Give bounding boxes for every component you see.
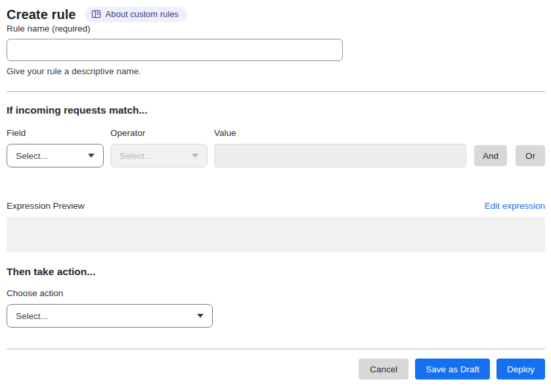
- page-title: Create rule: [7, 7, 76, 22]
- page-header: Create rule About custom rules: [7, 7, 545, 22]
- field-select-value: Select...: [16, 151, 48, 161]
- about-custom-rules-badge[interactable]: About custom rules: [85, 7, 187, 22]
- deploy-button[interactable]: Deploy: [496, 359, 545, 380]
- choose-action-value: Select...: [16, 311, 48, 321]
- expression-preview-box: [7, 217, 545, 252]
- section-divider: [7, 91, 545, 92]
- value-input: [214, 144, 466, 167]
- rule-name-input[interactable]: [7, 39, 343, 61]
- match-section-heading: If incoming requests match...: [7, 104, 545, 116]
- action-section-heading: Then take action...: [7, 266, 545, 278]
- book-icon: [91, 9, 101, 19]
- field-column: Field Select...: [7, 128, 104, 167]
- chevron-down-icon: [88, 154, 95, 158]
- expression-header-row: Expression Preview Edit expression: [7, 201, 545, 211]
- field-label: Field: [7, 128, 104, 138]
- rule-name-label: Rule name (required): [7, 24, 91, 33]
- expression-preview-label: Expression Preview: [7, 201, 85, 211]
- chevron-down-icon: [197, 314, 204, 318]
- value-label: Value: [214, 128, 466, 138]
- footer-divider: [7, 349, 545, 349]
- rule-name-helper: Give your rule a descriptive name.: [7, 66, 545, 76]
- operator-column: Operator Select...: [110, 128, 208, 167]
- choose-action-label: Choose action: [7, 288, 545, 298]
- field-select[interactable]: Select...: [7, 144, 104, 167]
- footer-actions: Cancel Save as Draft Deploy: [7, 359, 545, 380]
- andor-group: And Or: [474, 145, 545, 166]
- or-button[interactable]: Or: [516, 145, 545, 166]
- cancel-button[interactable]: Cancel: [359, 359, 408, 380]
- match-controls-row: Field Select... Operator Select... Value…: [7, 128, 545, 167]
- operator-select: Select...: [110, 144, 208, 167]
- value-column: Value: [214, 128, 466, 167]
- save-as-draft-button[interactable]: Save as Draft: [415, 359, 490, 380]
- choose-action-select[interactable]: Select...: [7, 304, 213, 328]
- edit-expression-link[interactable]: Edit expression: [485, 201, 545, 211]
- badge-label: About custom rules: [106, 9, 179, 19]
- operator-select-value: Select...: [120, 151, 152, 161]
- and-button[interactable]: And: [474, 145, 507, 166]
- operator-label: Operator: [110, 128, 208, 138]
- chevron-down-icon: [192, 154, 198, 158]
